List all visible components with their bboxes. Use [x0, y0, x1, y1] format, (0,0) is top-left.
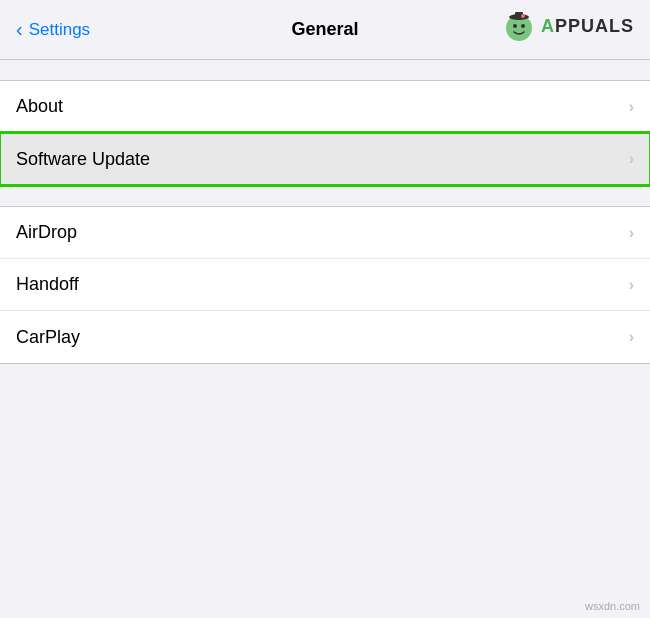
back-chevron-icon: ‹ [16, 18, 23, 41]
about-item[interactable]: About › [0, 81, 650, 133]
svg-point-5 [521, 14, 525, 18]
wsxdn-watermark: wsxdn.com [585, 600, 640, 612]
screen: ‹ Settings General APPUALS [0, 0, 650, 618]
watermark-logo: APPUALS [501, 8, 634, 44]
page-title: General [291, 19, 358, 40]
about-chevron-icon: › [629, 98, 634, 116]
svg-point-1 [513, 24, 517, 28]
handoff-item[interactable]: Handoff › [0, 259, 650, 311]
software-update-chevron-icon: › [629, 150, 634, 168]
software-update-label: Software Update [16, 149, 150, 170]
back-button[interactable]: ‹ Settings [16, 18, 90, 41]
carplay-label: CarPlay [16, 327, 80, 348]
carplay-item[interactable]: CarPlay › [0, 311, 650, 363]
svg-point-2 [521, 24, 525, 28]
section-gap-top [0, 60, 650, 80]
settings-group-1: About › Software Update › [0, 80, 650, 186]
section-gap-middle [0, 186, 650, 206]
settings-group-2: AirDrop › Handoff › CarPlay › [0, 206, 650, 364]
airdrop-chevron-icon: › [629, 224, 634, 242]
back-label: Settings [29, 20, 90, 40]
software-update-item[interactable]: Software Update › [0, 133, 650, 185]
logo-icon [501, 8, 537, 44]
handoff-label: Handoff [16, 274, 79, 295]
watermark-text: APPUALS [541, 16, 634, 37]
airdrop-item[interactable]: AirDrop › [0, 207, 650, 259]
handoff-chevron-icon: › [629, 276, 634, 294]
about-label: About [16, 96, 63, 117]
nav-bar: ‹ Settings General APPUALS [0, 0, 650, 60]
carplay-chevron-icon: › [629, 328, 634, 346]
airdrop-label: AirDrop [16, 222, 77, 243]
